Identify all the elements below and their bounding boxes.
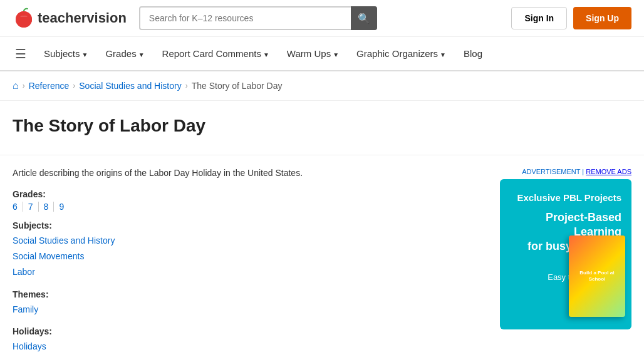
nav-item-subjects: Subjects▼	[35, 37, 96, 70]
remove-ads-link[interactable]: REMOVE ADS	[586, 168, 631, 175]
nav-link-graphic-organizers[interactable]: Graphic Organizers▼	[348, 37, 455, 70]
ad-label: ADVERTISEMENT | REMOVE ADS	[500, 168, 631, 175]
themes-label: Themes:	[13, 289, 481, 299]
signin-button[interactable]: Sign In	[511, 7, 567, 29]
nav-item-blog: Blog	[455, 37, 491, 70]
logo[interactable]: teachervision	[13, 7, 127, 29]
breadcrumb-home[interactable]: ⌂	[13, 80, 19, 91]
grades-list: 6 7 8 9	[13, 202, 481, 212]
subjects-label: Subjects:	[13, 220, 481, 230]
logo-label: teachervision	[38, 10, 127, 26]
nav-link-blog[interactable]: Blog	[455, 37, 491, 70]
nav-link-grades[interactable]: Grades▼	[96, 37, 153, 70]
content-area: Article describing the origins of the La…	[0, 155, 644, 362]
caret-icon: ▼	[440, 51, 446, 58]
ad-headline: Exclusive PBL Projects	[510, 192, 621, 204]
nav-item-grades: Grades▼	[96, 37, 153, 70]
theme-list: Family	[13, 302, 481, 318]
article-description: Article describing the origins of the La…	[13, 168, 481, 178]
ad-box[interactable]: Exclusive PBL Projects Project-Based Lea…	[500, 179, 631, 329]
hamburger-menu[interactable]: ☰	[6, 39, 35, 69]
subjects-section: Subjects: Social Studies and History Soc…	[13, 220, 481, 281]
nav-item-graphic-organizers: Graphic Organizers▼	[348, 37, 455, 70]
main-nav: ☰ Subjects▼ Grades▼ Report Card Comments…	[0, 37, 644, 71]
breadcrumb-social-studies[interactable]: Social Studies and History	[79, 81, 181, 91]
search-icon: 🔍	[358, 13, 370, 24]
ad-section: ADVERTISEMENT | REMOVE ADS Exclusive PBL…	[500, 168, 631, 329]
nav-link-subjects[interactable]: Subjects▼	[35, 37, 96, 70]
page-title: The Story of Labor Day	[13, 116, 631, 136]
nav-item-warm-ups: Warm Ups▼	[278, 37, 348, 70]
home-icon: ⌂	[13, 80, 19, 91]
subject-social-movements[interactable]: Social Movements	[13, 249, 481, 264]
svg-point-1	[16, 11, 32, 28]
breadcrumb-current: The Story of Labor Day	[192, 81, 283, 91]
search-bar: 🔍	[139, 6, 377, 30]
nav-link-warm-ups[interactable]: Warm Ups▼	[278, 37, 348, 70]
breadcrumb-reference[interactable]: Reference	[29, 81, 70, 91]
themes-section: Themes: Family	[13, 289, 481, 318]
sidebar: ADVERTISEMENT | REMOVE ADS Exclusive PBL…	[500, 168, 631, 362]
grade-8[interactable]: 8	[39, 202, 55, 212]
holidays-label: Holidays:	[13, 326, 481, 336]
subject-labor[interactable]: Labor	[13, 264, 481, 280]
search-button[interactable]: 🔍	[351, 6, 377, 30]
grade-7[interactable]: 7	[23, 202, 39, 212]
grade-9[interactable]: 9	[54, 202, 69, 212]
breadcrumb-sep-2: ›	[73, 81, 75, 90]
holiday-holidays[interactable]: Holidays	[13, 339, 481, 354]
subject-social-studies[interactable]: Social Studies and History	[13, 233, 481, 249]
logo-apple-icon	[13, 7, 35, 29]
signup-button[interactable]: Sign Up	[573, 7, 631, 29]
auth-buttons: Sign In Sign Up	[511, 7, 631, 29]
breadcrumb: ⌂ › Reference › Social Studies and Histo…	[0, 71, 644, 101]
ad-book-cover: Build a Pool at School	[569, 235, 625, 317]
header: teachervision 🔍 Sign In Sign Up	[0, 0, 644, 37]
breadcrumb-sep-3: ›	[185, 81, 188, 90]
grades-label: Grades:	[13, 189, 481, 199]
caret-icon: ▼	[333, 51, 339, 58]
nav-items: Subjects▼ Grades▼ Report Card Comments▼ …	[35, 37, 491, 70]
holidays-section: Holidays: Holidays	[13, 326, 481, 354]
theme-family[interactable]: Family	[13, 302, 481, 318]
caret-icon: ▼	[138, 51, 145, 58]
main-content: Article describing the origins of the La…	[13, 168, 481, 362]
search-input[interactable]	[139, 6, 377, 30]
caret-icon: ▼	[82, 51, 88, 58]
caret-icon: ▼	[263, 51, 269, 58]
grades-section: Grades: 6 7 8 9	[13, 189, 481, 212]
holiday-list: Holidays	[13, 339, 481, 354]
page-title-section: The Story of Labor Day	[0, 101, 644, 155]
breadcrumb-sep-1: ›	[23, 81, 25, 90]
nav-item-report-card: Report Card Comments▼	[153, 37, 278, 70]
subject-list: Social Studies and History Social Moveme…	[13, 233, 481, 281]
nav-link-report-card[interactable]: Report Card Comments▼	[153, 37, 278, 70]
grade-6[interactable]: 6	[13, 202, 23, 212]
